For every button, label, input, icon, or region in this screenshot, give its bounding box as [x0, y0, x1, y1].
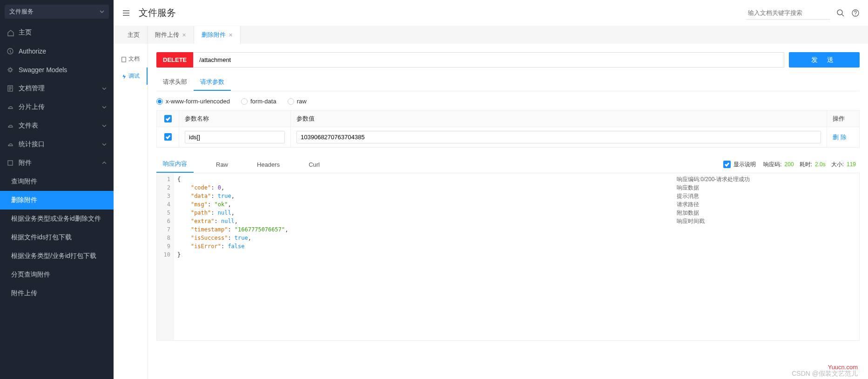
search-icon[interactable] [836, 9, 845, 17]
sidebar-item-label: Authorize [19, 47, 46, 55]
response-tab[interactable]: Raw [209, 157, 235, 172]
tab-label: 主页 [128, 31, 140, 39]
chevron-icon [101, 160, 107, 166]
body-type-radio[interactable]: raw [288, 98, 307, 105]
request-subtab[interactable]: 请求头部 [156, 74, 194, 91]
service-selector-label: 文件服务 [9, 7, 34, 16]
response-tab[interactable]: 响应内容 [156, 156, 194, 173]
radio-label: x-www-form-urlencoded [166, 98, 230, 105]
resp-time: 2.0s [815, 161, 826, 168]
sidebar-subitem[interactable]: 附件上传 [0, 284, 114, 303]
radio-icon [156, 98, 163, 105]
sidebar-subitem[interactable]: 查询附件 [0, 172, 114, 191]
url-input[interactable] [193, 52, 784, 68]
tab[interactable]: 附件上传✕ [148, 26, 194, 44]
chevron-icon [101, 123, 107, 129]
response-json: { "code": 0, "data": true, "msg": "ok", … [174, 173, 673, 340]
table-row: 删 除 [157, 127, 860, 148]
tabs: 主页附件上传✕删除附件✕ [114, 26, 868, 44]
params-table: 参数名称 参数值 操作 删 除 [156, 110, 860, 148]
tab[interactable]: 主页 [120, 26, 148, 44]
show-explain-label: 显示说明 [733, 161, 756, 169]
inner-tab-icon [121, 73, 127, 80]
menu-icon [7, 141, 14, 148]
sidebar-subitem[interactable]: 根据文件ids打包下载 [0, 228, 114, 247]
sidebar-item-label: 统计接口 [19, 140, 45, 149]
menu-icon [7, 47, 14, 55]
response-explain: 响应编码:0/200-请求处理成功响应数据提示消息请求路径附加数据响应时间戳 [673, 173, 859, 340]
inner-tab-label: 文档 [128, 55, 140, 63]
sidebar-item-label: 文档管理 [19, 84, 45, 93]
sidebar-item[interactable]: 文档管理 [0, 79, 114, 98]
sidebar-item-label: 文件表 [19, 122, 38, 130]
sidebar-item[interactable]: Authorize [0, 42, 114, 61]
response-tabs: 响应内容RawHeadersCurl 显示说明 响应码: 200 耗时: 2.0… [156, 156, 860, 173]
row-checkbox[interactable] [164, 133, 172, 141]
page-title: 文件服务 [139, 7, 176, 19]
sidebar-subitem[interactable]: 根据业务类型/业务id打包下载 [0, 247, 114, 265]
response-tab[interactable]: Headers [250, 157, 286, 172]
close-icon[interactable]: ✕ [229, 32, 233, 38]
tab-label: 附件上传 [155, 31, 179, 39]
body-type-radio[interactable]: x-www-form-urlencoded [156, 98, 230, 105]
sidebar-item[interactable]: 附件 [0, 154, 114, 172]
chevron-icon [101, 86, 107, 91]
help-icon[interactable] [851, 9, 860, 17]
sidebar-item[interactable]: 文件表 [0, 116, 114, 135]
sidebar-item-label: Swagger Models [19, 66, 67, 74]
menu-toggle-icon[interactable] [122, 9, 130, 17]
sidebar-subitem[interactable]: 根据业务类型或业务id删除文件 [0, 210, 114, 228]
sidebar-item[interactable]: 主页 [0, 23, 114, 42]
main: 文件服务 主页附件上传✕删除附件✕ 文档调试 DELETE 发 送 请求头部请求… [114, 0, 868, 379]
col-name: 参数名称 [179, 111, 291, 127]
content: DELETE 发 送 请求头部请求参数 x-www-form-urlencode… [148, 44, 868, 379]
sidebar-subitem[interactable]: 删除附件 [0, 191, 114, 210]
menu-icon [7, 122, 14, 129]
inner-tab[interactable]: 调试 [114, 68, 148, 85]
radio-icon [241, 98, 248, 105]
sidebar-subitem[interactable]: 分页查询附件 [0, 265, 114, 284]
svg-point-4 [837, 10, 842, 15]
svg-rect-3 [8, 161, 13, 165]
show-explain-checkbox[interactable] [723, 161, 731, 168]
tab[interactable]: 删除附件✕ [194, 26, 241, 44]
sidebar-item[interactable]: Swagger Models [0, 61, 114, 79]
param-value-input[interactable] [296, 131, 821, 143]
watermark-csdn: CSDN @假装文艺范儿 [792, 370, 858, 378]
radio-icon [288, 98, 294, 105]
response-body: 12345678910 { "code": 0, "data": true, "… [156, 173, 860, 341]
select-all-checkbox[interactable] [164, 115, 172, 122]
svg-rect-6 [121, 57, 126, 61]
resp-code-label: 响应码: [763, 161, 781, 169]
body-type-radios: x-www-form-urlencodedform-dataraw [156, 98, 860, 105]
col-value: 参数值 [291, 111, 827, 127]
search-input[interactable] [746, 7, 830, 20]
delete-link[interactable]: 删 除 [833, 134, 847, 141]
sidebar-item-label: 附件 [19, 159, 32, 167]
service-selector[interactable]: 文件服务 [5, 5, 109, 19]
send-button[interactable]: 发 送 [789, 52, 860, 68]
sidebar-item-label: 主页 [19, 28, 32, 37]
resp-time-label: 耗时: [800, 161, 812, 169]
param-name-input[interactable] [185, 131, 285, 143]
request-subtabs: 请求头部请求参数 [156, 74, 860, 91]
sidebar-subitem-label: 根据业务类型/业务id打包下载 [11, 252, 96, 260]
menu-icon [7, 66, 14, 74]
resp-code: 200 [785, 161, 794, 168]
response-tab[interactable]: Curl [302, 157, 326, 172]
sidebar-subitem-label: 附件上传 [11, 289, 37, 298]
col-op: 操作 [827, 111, 860, 127]
body-type-radio[interactable]: form-data [241, 98, 276, 105]
svg-point-1 [9, 68, 12, 71]
inner-tab[interactable]: 文档 [114, 50, 148, 68]
request-subtab[interactable]: 请求参数 [194, 74, 231, 91]
menu-icon [7, 29, 14, 36]
sidebar: 文件服务 主页AuthorizeSwagger Models文档管理分片上传文件… [0, 0, 114, 379]
sidebar-item[interactable]: 分片上传 [0, 98, 114, 116]
close-icon[interactable]: ✕ [182, 32, 186, 38]
sidebar-subitem-label: 根据文件ids打包下载 [11, 233, 72, 242]
radio-label: form-data [250, 98, 276, 105]
sidebar-subitem-label: 根据业务类型或业务id删除文件 [11, 215, 101, 223]
sidebar-item[interactable]: 统计接口 [0, 135, 114, 154]
resp-size: 119 [847, 161, 860, 168]
